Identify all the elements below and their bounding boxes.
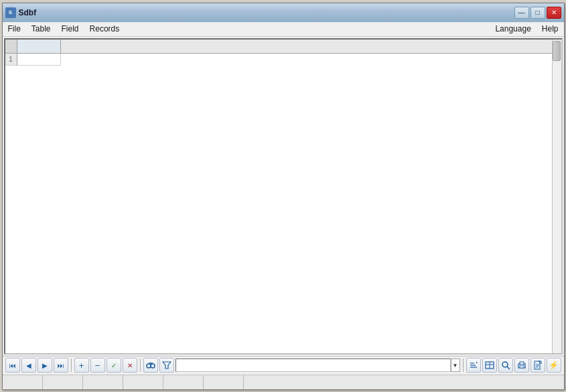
search-icon [146,361,155,369]
export-button[interactable] [530,358,545,373]
svg-rect-15 [520,366,524,368]
svg-rect-14 [520,362,524,365]
title-bar-left: S Sdbf [5,7,37,18]
svg-marker-4 [163,362,171,369]
table-header [5,40,561,54]
vertical-scrollbar[interactable] [552,40,561,353]
table-cell[interactable] [17,54,61,66]
menu-language[interactable]: Language [490,22,536,36]
status-seg-3 [83,375,123,389]
sort-icon [469,361,478,370]
next-record-button[interactable]: ▶ [38,358,52,373]
search-input-area: ▼ [175,358,460,372]
bottom-toolbar: ⏮ ◀ ▶ ⏭ + − ✓ ✕ ▼ [3,356,564,375]
svg-point-11 [502,362,508,367]
export-icon [534,361,542,370]
search-input[interactable] [175,358,451,372]
content-area: 1 [4,38,563,354]
status-seg-4 [123,375,163,389]
status-seg-5 [163,375,204,389]
last-record-button[interactable]: ⏭ [54,358,68,373]
status-seg-7 [244,375,564,389]
status-seg-2 [43,375,83,389]
separator-2 [140,358,141,372]
status-bar [3,375,564,389]
table-row: 1 [5,54,561,66]
app-icon: S [5,7,16,18]
menu-records[interactable]: Records [84,22,125,36]
menu-file[interactable]: File [3,22,26,36]
maximize-button[interactable]: □ [530,7,545,19]
cancel-button[interactable]: ✕ [123,358,137,373]
column-header [17,40,61,53]
menu-help[interactable]: Help [537,22,564,36]
menu-table[interactable]: Table [26,22,56,36]
status-seg-6 [204,375,244,389]
main-window: S Sdbf — □ ✕ File Table Field Records La… [2,3,565,390]
add-record-button[interactable]: + [74,358,89,373]
filter-icon [162,361,171,369]
svg-line-12 [507,367,510,369]
status-seg-1 [3,375,43,389]
svg-rect-16 [535,361,540,369]
svg-point-0 [147,364,151,368]
menu-field[interactable]: Field [56,22,84,36]
separator-1 [71,358,72,372]
window-title: Sdbf [19,8,37,17]
print-icon [517,361,526,369]
confirm-button[interactable]: ✓ [107,358,121,373]
minimize-button[interactable]: — [514,7,529,19]
find-icon [501,361,510,370]
print-button[interactable] [514,358,529,373]
separator-3 [463,358,464,372]
svg-point-1 [151,364,155,368]
scrollbar-thumb[interactable] [553,41,561,61]
table-icon [485,361,494,369]
menu-bar: File Table Field Records Language Help [3,22,564,37]
close-button[interactable]: ✕ [547,7,561,19]
find-button[interactable] [498,358,513,373]
prev-record-button[interactable]: ◀ [21,358,36,373]
sort-button[interactable] [466,358,481,373]
action-button[interactable]: ⚡ [547,358,561,373]
search-dropdown[interactable]: ▼ [451,358,460,372]
row-number: 1 [5,54,17,66]
filter-button[interactable] [159,358,174,373]
table-view-button[interactable] [482,358,497,373]
table-corner [5,40,17,53]
search-button[interactable] [143,358,158,373]
first-record-button[interactable]: ⏮ [5,358,20,373]
delete-record-button[interactable]: − [90,358,105,373]
title-buttons: — □ ✕ [514,7,561,19]
title-bar: S Sdbf — □ ✕ [3,3,564,22]
